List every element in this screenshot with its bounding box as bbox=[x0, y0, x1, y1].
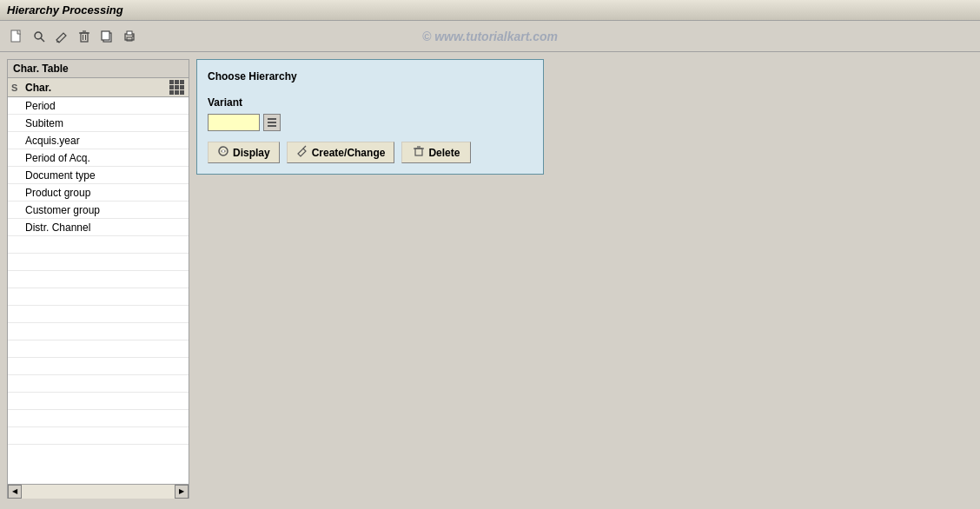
row-char-cell: Period of Acq. bbox=[25, 152, 185, 164]
display-button[interactable]: Display bbox=[208, 142, 280, 163]
variant-section: Variant bbox=[208, 96, 533, 131]
svg-rect-10 bbox=[102, 31, 109, 40]
delete-hierarchy-label: Delete bbox=[428, 147, 460, 159]
table-row[interactable] bbox=[8, 410, 189, 427]
svg-rect-16 bbox=[268, 122, 276, 123]
scroll-left-btn[interactable]: ◀ bbox=[8, 485, 22, 499]
horizontal-scrollbar[interactable]: ◀ ▶ bbox=[8, 484, 189, 498]
copy-button[interactable] bbox=[97, 27, 116, 46]
svg-point-1 bbox=[35, 32, 42, 39]
row-char-cell: Document type bbox=[25, 169, 185, 182]
toolbar: © www.tutorialkart.com bbox=[0, 21, 980, 52]
table-rows-container: Period Subitem Acquis.year Period of Acq… bbox=[8, 97, 189, 484]
table-row[interactable]: Acquis.year bbox=[8, 132, 189, 149]
edit-button[interactable] bbox=[52, 27, 71, 46]
main-content: Char. Table S Char. Period Subitem bbox=[0, 52, 980, 506]
svg-rect-17 bbox=[268, 125, 276, 127]
table-row[interactable] bbox=[8, 306, 189, 323]
svg-point-14 bbox=[132, 35, 134, 36]
hierarchy-dialog-title: Choose Hierarchy bbox=[208, 70, 533, 83]
svg-line-20 bbox=[303, 146, 306, 149]
table-row[interactable]: Period of Acq. bbox=[8, 149, 189, 167]
variant-input-row bbox=[208, 114, 533, 131]
scroll-track-h[interactable] bbox=[22, 485, 175, 499]
table-row[interactable] bbox=[8, 340, 189, 358]
table-row[interactable] bbox=[8, 393, 189, 410]
table-row[interactable]: Customer group bbox=[8, 202, 189, 219]
table-row[interactable] bbox=[8, 271, 189, 288]
table-row[interactable] bbox=[8, 288, 189, 306]
hierarchy-dialog: Choose Hierarchy Variant bbox=[196, 59, 544, 175]
svg-rect-15 bbox=[268, 118, 276, 120]
create-change-icon bbox=[296, 145, 308, 160]
action-buttons: Display Create/Change bbox=[208, 142, 533, 163]
table-row[interactable] bbox=[8, 427, 189, 445]
col-icon-header bbox=[168, 80, 185, 95]
find-button[interactable] bbox=[30, 27, 49, 46]
new-button[interactable] bbox=[7, 27, 26, 46]
svg-rect-12 bbox=[127, 31, 132, 35]
row-char-cell: Subitem bbox=[25, 117, 185, 129]
create-change-button[interactable]: Create/Change bbox=[287, 142, 395, 163]
display-label: Display bbox=[233, 147, 270, 159]
window-title: Hierarchy Processing bbox=[7, 3, 123, 17]
table-body: Period Subitem Acquis.year Period of Acq… bbox=[8, 97, 189, 484]
table-row[interactable]: Distr. Channel bbox=[8, 219, 189, 236]
create-change-label: Create/Change bbox=[312, 147, 386, 159]
row-char-cell: Period bbox=[25, 100, 185, 112]
row-char-cell: Customer group bbox=[25, 204, 185, 216]
watermark: © www.tutorialkart.com bbox=[422, 30, 558, 43]
variant-input[interactable] bbox=[208, 114, 260, 131]
table-row[interactable] bbox=[8, 358, 189, 375]
delete-button[interactable] bbox=[75, 27, 94, 46]
table-row[interactable] bbox=[8, 236, 189, 254]
row-char-cell: Distr. Channel bbox=[25, 221, 185, 234]
svg-line-2 bbox=[41, 38, 44, 42]
variant-search-btn[interactable] bbox=[263, 114, 281, 131]
svg-rect-21 bbox=[415, 149, 422, 155]
table-column-headers: S Char. bbox=[8, 78, 189, 97]
col-char-header: Char. bbox=[25, 82, 168, 94]
print-button[interactable] bbox=[120, 27, 139, 46]
char-table-panel: Char. Table S Char. Period Subitem bbox=[7, 59, 189, 499]
row-char-cell: Acquis.year bbox=[25, 135, 185, 147]
table-row[interactable]: Period bbox=[8, 97, 189, 115]
variant-label: Variant bbox=[208, 96, 533, 109]
title-bar: Hierarchy Processing bbox=[0, 0, 980, 21]
char-table-header: Char. Table bbox=[8, 60, 189, 78]
table-row[interactable]: Product group bbox=[8, 184, 189, 202]
svg-point-19 bbox=[222, 150, 225, 153]
col-s-header: S bbox=[11, 83, 25, 93]
svg-rect-4 bbox=[81, 33, 88, 42]
table-row[interactable] bbox=[8, 254, 189, 271]
table-row[interactable] bbox=[8, 323, 189, 340]
table-row[interactable] bbox=[8, 375, 189, 393]
table-row[interactable]: Subitem bbox=[8, 115, 189, 132]
table-row[interactable]: Document type bbox=[8, 167, 189, 184]
row-char-cell: Product group bbox=[25, 187, 185, 199]
delete-hierarchy-icon bbox=[413, 145, 425, 160]
display-icon bbox=[217, 145, 229, 160]
scroll-right-btn[interactable]: ▶ bbox=[175, 485, 189, 499]
delete-hierarchy-button[interactable]: Delete bbox=[401, 142, 471, 163]
